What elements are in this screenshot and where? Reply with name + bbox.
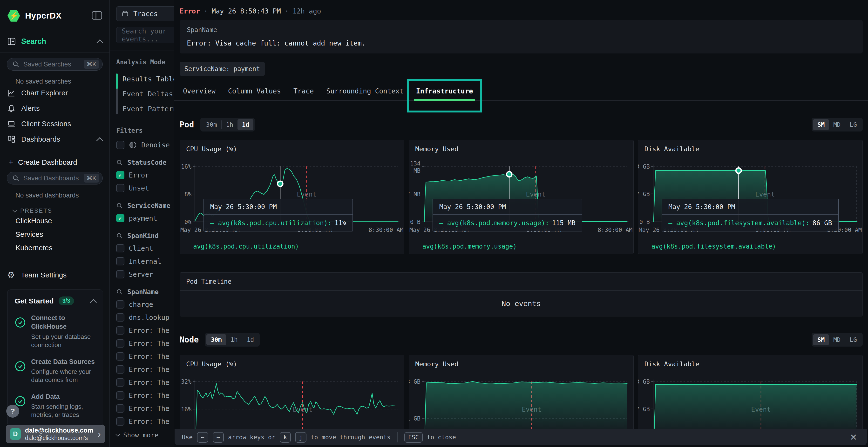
tab-infrastructure[interactable]: Infrastructure xyxy=(410,83,479,100)
checkbox-checked[interactable]: ✓ xyxy=(116,171,124,179)
presets-toggle[interactable]: PRESETS xyxy=(13,207,110,214)
pod-timeline-empty: No events xyxy=(180,291,863,316)
mode-results-table[interactable]: Results Table xyxy=(123,72,174,87)
create-dashboard-button[interactable]: + Create Dashboard xyxy=(0,153,110,167)
chevron-up-icon[interactable] xyxy=(96,137,103,144)
checkbox-unchecked[interactable] xyxy=(116,417,124,425)
filter-option[interactable]: Client xyxy=(110,244,174,252)
close-panel-button[interactable]: ✕ xyxy=(850,432,857,442)
preset-clickhouse[interactable]: ClickHouse xyxy=(0,214,110,228)
checkbox-unchecked[interactable] xyxy=(116,391,124,400)
sidebar-item-dashboards[interactable]: Dashboards xyxy=(0,132,110,147)
filter-option[interactable]: Server xyxy=(110,270,174,278)
kbd-esc: ESC xyxy=(404,432,423,443)
help-button[interactable]: ? xyxy=(6,405,19,418)
filter-option[interactable]: ✓Error xyxy=(110,171,174,179)
tab-column-values[interactable]: Column Values xyxy=(222,83,287,100)
filter-option[interactable]: Error: The cr xyxy=(110,352,174,360)
get-started-item[interactable]: Add DataStart sending logs, metrics, or … xyxy=(15,392,96,419)
sidebar-item-chart-explorer[interactable]: Chart Explorer xyxy=(0,85,110,101)
line-chart[interactable]: May 26 5:30:00 PM — avg(k8s.pod.cpu.util… xyxy=(180,158,404,243)
checkbox-unchecked[interactable] xyxy=(116,352,124,360)
checkbox-unchecked[interactable] xyxy=(116,339,124,347)
checkbox-unchecked[interactable] xyxy=(116,378,124,386)
checkbox-unchecked[interactable] xyxy=(116,365,124,374)
filter-group-name: ServiceName xyxy=(127,202,170,209)
range-30m-button[interactable]: 30m xyxy=(207,334,226,345)
checkbox-unchecked[interactable] xyxy=(116,300,124,309)
saved-searches-input[interactable]: Saved Searches ⌘K xyxy=(7,58,103,71)
checkbox-unchecked[interactable] xyxy=(116,184,124,192)
tab-overview[interactable]: Overview xyxy=(177,83,222,100)
show-more-button[interactable]: Show more xyxy=(116,431,174,439)
preset-kubernetes[interactable]: Kubernetes xyxy=(0,241,110,254)
denoise-filter[interactable]: Denoise Results xyxy=(110,141,174,149)
service-name-chip[interactable]: ServiceName: payment xyxy=(180,62,265,76)
checkbox-unchecked[interactable] xyxy=(116,404,124,413)
collapse-sidebar-button[interactable] xyxy=(92,11,102,21)
filter-option[interactable]: Error: The cr xyxy=(110,326,174,335)
filter-option[interactable]: Unset xyxy=(110,184,174,192)
size-lg-button[interactable]: LG xyxy=(845,334,861,345)
logo-row: ⚡ HyperDX xyxy=(7,9,102,22)
size-sm-button[interactable]: SM xyxy=(813,119,829,130)
sidebar-item-client-sessions[interactable]: Client Sessions xyxy=(0,116,110,132)
kbd-cmd-k: ⌘K xyxy=(84,60,99,69)
plus-icon: + xyxy=(9,158,13,167)
preset-services[interactable]: Services xyxy=(0,228,110,241)
checkbox-unchecked[interactable] xyxy=(116,141,124,149)
filter-option[interactable]: charge xyxy=(110,300,174,309)
line-chart[interactable]: 32%16%Event xyxy=(180,373,404,438)
size-sm-button[interactable]: SM xyxy=(813,334,829,345)
checkbox-unchecked[interactable] xyxy=(116,313,124,321)
filter-option[interactable]: Internal xyxy=(110,257,174,265)
size-md-button[interactable]: MD xyxy=(829,334,845,345)
sidebar-item-team-settings[interactable]: ⚙ Team Settings xyxy=(7,270,110,280)
mode-event-deltas[interactable]: Event Deltas xyxy=(123,87,174,101)
checkbox-unchecked[interactable] xyxy=(116,326,124,335)
checkbox-checked[interactable]: ✓ xyxy=(116,214,124,222)
line-chart[interactable]: May 26 5:30:00 PM — avg(k8s.pod.filesyst… xyxy=(638,158,863,243)
chevron-up-icon[interactable] xyxy=(90,299,97,306)
filter-option[interactable]: Error: The cr xyxy=(110,417,174,425)
mode-event-patterns[interactable]: Event Patterns xyxy=(123,101,174,116)
range-1h-button[interactable]: 1h xyxy=(222,119,238,130)
line-chart[interactable]: 93 GB47 GBEvent xyxy=(638,373,863,438)
checkbox-unchecked[interactable] xyxy=(116,244,124,252)
range-30m-button[interactable]: 30m xyxy=(202,119,221,130)
filter-group-header[interactable]: SpanName xyxy=(110,288,174,296)
filter-group-header[interactable]: SpanKind xyxy=(110,232,174,239)
filter-option[interactable]: Error: The cr xyxy=(110,378,174,386)
get-started-item[interactable]: Connect to ClickHouseSet up your databas… xyxy=(15,314,96,349)
sidebar-item-search[interactable]: Search xyxy=(7,37,102,53)
filter-option[interactable]: Error: The cr xyxy=(110,391,174,400)
filter-option[interactable]: Error: The cr xyxy=(110,365,174,374)
tab-trace[interactable]: Trace xyxy=(287,83,320,100)
line-chart[interactable]: 3 GB1 GBEvent xyxy=(409,373,633,438)
tab-surrounding-context[interactable]: Surrounding Context xyxy=(320,83,410,100)
filter-option[interactable]: ✓payment xyxy=(110,214,174,222)
filter-group-header[interactable]: StatusCode xyxy=(110,159,174,166)
sidebar-item-alerts[interactable]: Alerts xyxy=(0,101,110,116)
event-search-input[interactable]: Search your events... xyxy=(116,27,174,43)
avatar: D xyxy=(10,428,21,440)
checkbox-unchecked[interactable] xyxy=(116,257,124,265)
checkbox-unchecked[interactable] xyxy=(116,270,124,278)
filter-option[interactable]: Error: The cr xyxy=(110,404,174,413)
analysis-mode-label: Analysis Mode xyxy=(116,59,174,66)
filter-option[interactable]: dns.lookup xyxy=(110,313,174,321)
source-select[interactable]: Traces xyxy=(116,6,174,21)
saved-dashboards-input[interactable]: Saved Dashboards ⌘K xyxy=(7,172,103,184)
user-menu[interactable]: D dale@clickhouse.com dale@clickhouse.co… xyxy=(6,425,105,443)
range-1d-button[interactable]: 1d xyxy=(242,334,258,345)
kbd-k: k xyxy=(280,432,291,443)
range-1h-button[interactable]: 1h xyxy=(226,334,242,345)
filter-group-header[interactable]: ServiceName xyxy=(110,202,174,209)
filter-option[interactable]: Error: The cr xyxy=(110,339,174,347)
line-chart[interactable]: May 26 5:30:00 PM — avg(k8s.pod.memory.u… xyxy=(409,158,633,243)
range-1d-button[interactable]: 1d xyxy=(238,119,253,130)
size-md-button[interactable]: MD xyxy=(829,119,845,130)
get-started-item[interactable]: Create Data SourcesConfigure where your … xyxy=(15,357,96,384)
size-lg-button[interactable]: LG xyxy=(845,119,861,130)
chevron-up-icon[interactable] xyxy=(96,39,103,46)
